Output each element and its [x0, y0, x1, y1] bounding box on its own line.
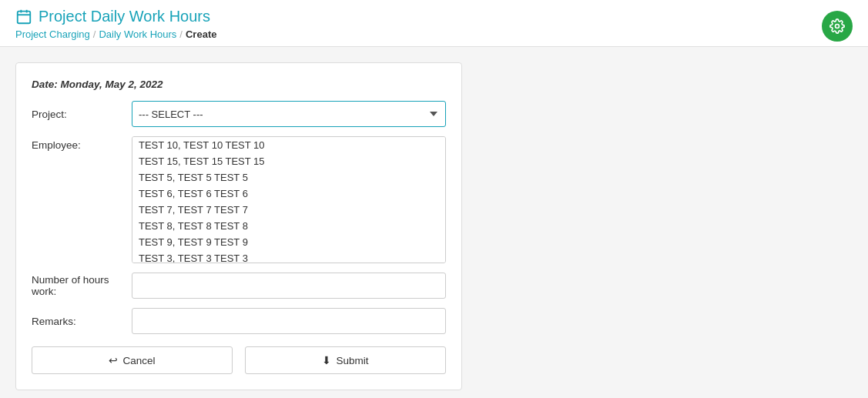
employee-listbox[interactable]: TEST 10, TEST 10 TEST 10TEST 15, TEST 15…: [132, 136, 446, 263]
main-content: Date: Monday, May 2, 2022 Project: --- S…: [0, 47, 847, 398]
breadcrumb-sep-2: /: [179, 28, 183, 40]
employee-label: Employee:: [32, 136, 132, 151]
button-row: ↩ Cancel ⬇ Submit: [32, 346, 446, 374]
submit-label: Submit: [336, 355, 368, 366]
breadcrumb-project-charging[interactable]: Project Charging: [15, 28, 90, 40]
employee-row: Employee: TEST 10, TEST 10 TEST 10TEST 1…: [32, 136, 446, 263]
employee-option[interactable]: TEST 3, TEST 3 TEST 3: [132, 250, 445, 263]
gear-icon: [829, 18, 845, 34]
svg-point-4: [836, 25, 840, 28]
remarks-row: Remarks:: [32, 308, 446, 334]
breadcrumb: Project Charging / Daily Work Hours / Cr…: [15, 28, 853, 40]
employee-option[interactable]: TEST 10, TEST 10 TEST 10: [132, 137, 445, 153]
gear-button[interactable]: [822, 11, 853, 42]
breadcrumb-current: Create: [186, 28, 216, 40]
header: Project Daily Work Hours Project Chargin…: [0, 0, 868, 47]
cancel-icon: ↩: [109, 354, 118, 366]
employee-option[interactable]: TEST 15, TEST 15 TEST 15: [132, 153, 445, 169]
employee-option[interactable]: TEST 5, TEST 5 TEST 5: [132, 169, 445, 186]
svg-rect-0: [18, 11, 31, 23]
form-card: Date: Monday, May 2, 2022 Project: --- S…: [15, 62, 462, 390]
cancel-label: Cancel: [122, 355, 155, 366]
breadcrumb-sep-1: /: [93, 28, 96, 40]
employee-option[interactable]: TEST 6, TEST 6 TEST 6: [132, 186, 445, 202]
remarks-label: Remarks:: [32, 316, 132, 327]
hours-row: Number of hours work:: [32, 273, 446, 299]
project-row: Project: --- SELECT ---: [32, 101, 446, 127]
submit-icon: ⬇: [322, 354, 331, 366]
hours-input[interactable]: [132, 273, 446, 299]
date-label: Date: Monday, May 2, 2022: [32, 79, 446, 90]
project-select[interactable]: --- SELECT ---: [132, 101, 446, 127]
breadcrumb-daily-work-hours[interactable]: Daily Work Hours: [99, 28, 176, 40]
submit-button[interactable]: ⬇ Submit: [245, 346, 446, 374]
project-label: Project:: [32, 109, 132, 120]
employee-option[interactable]: TEST 8, TEST 8 TEST 8: [132, 218, 445, 234]
remarks-input[interactable]: [132, 308, 446, 334]
cancel-button[interactable]: ↩ Cancel: [32, 346, 233, 374]
page-title-text: Project Daily Work Hours: [39, 8, 210, 25]
hours-label: Number of hours work:: [32, 274, 132, 297]
calendar-icon: [15, 8, 32, 25]
employee-option[interactable]: TEST 7, TEST 7 TEST 7: [132, 202, 445, 218]
employee-option[interactable]: TEST 9, TEST 9 TEST 9: [132, 234, 445, 250]
page-title: Project Daily Work Hours: [15, 8, 853, 25]
